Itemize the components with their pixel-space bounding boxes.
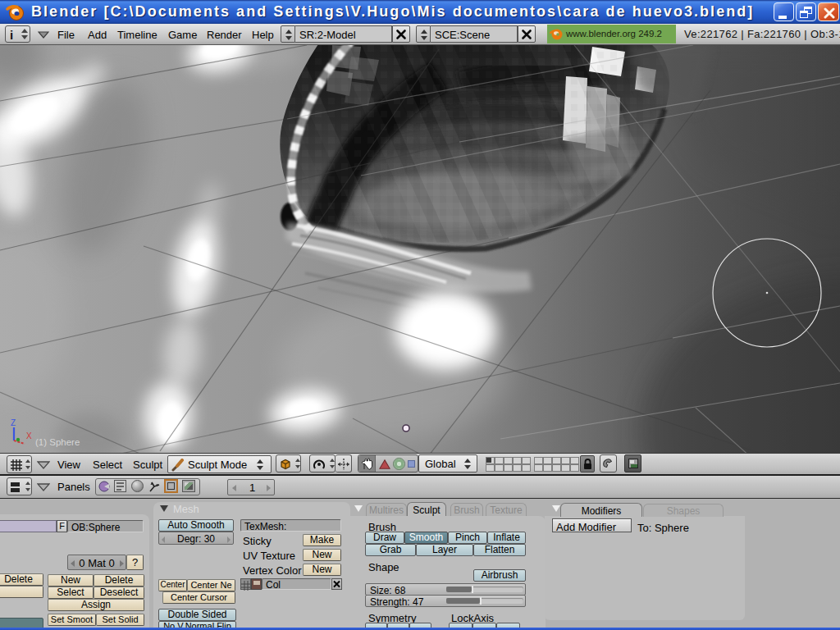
svg-text:Z: Z xyxy=(11,418,16,427)
svg-text:X: X xyxy=(26,431,32,441)
svg-text:(1) Sphere: (1) Sphere xyxy=(35,437,80,447)
